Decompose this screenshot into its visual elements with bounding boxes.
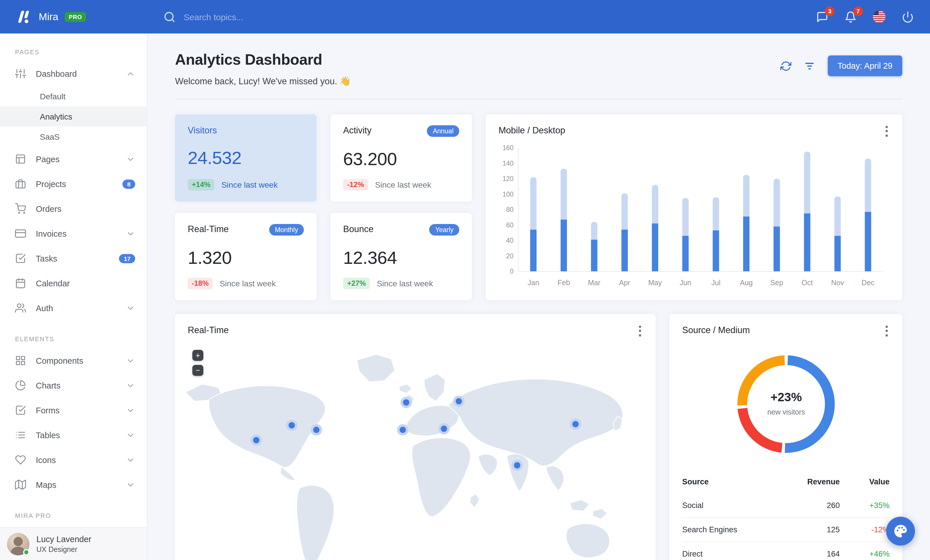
sidebar-item-components[interactable]: Components <box>0 348 147 373</box>
svg-text:Dec: Dec <box>862 279 874 287</box>
sidebar-item-label: Calendar <box>36 279 135 288</box>
avatar <box>7 532 29 555</box>
online-status-dot <box>23 549 29 555</box>
sidebar-item-label: Icons <box>36 455 126 465</box>
refresh-button[interactable] <box>781 60 791 71</box>
sidebar-item-charts[interactable]: Charts <box>0 373 147 398</box>
cell-source: Social <box>682 494 778 517</box>
sidebar-item-label: Components <box>36 356 126 365</box>
map-marker <box>288 422 295 428</box>
map-zoom-out-button[interactable]: − <box>192 365 203 376</box>
source-table: SourceRevenueValueSocial260+35%Search En… <box>682 474 890 560</box>
page-title: Analytics Dashboard <box>175 51 351 69</box>
map-marker <box>400 427 406 433</box>
chevron-down-icon <box>126 229 135 238</box>
sidebar-section-label: MIRA PRO <box>0 497 147 525</box>
notifications-button[interactable]: 7 <box>844 11 857 23</box>
svg-text:80: 80 <box>506 206 514 213</box>
stat-cards: Visitors24.532+14%Since last weekActivit… <box>175 114 472 300</box>
svg-text:Feb: Feb <box>557 279 570 287</box>
search-icon <box>163 11 176 23</box>
sidebar-item-calendar[interactable]: Calendar <box>0 271 147 296</box>
map-marker <box>313 427 319 433</box>
sidebar-item-badge: 8 <box>122 179 135 189</box>
date-range-button[interactable]: Today: April 29 <box>828 55 902 76</box>
sidebar-item-pages[interactable]: Pages <box>0 147 147 172</box>
sidebar-item-icons[interactable]: Icons <box>0 447 147 472</box>
map-marker <box>573 421 579 427</box>
sidebar-item-label: Auth <box>36 304 126 313</box>
stat-title: Activity <box>343 125 371 136</box>
navbar-search <box>163 11 816 23</box>
chart-menu-button[interactable] <box>880 124 893 138</box>
stat-delta: -12% <box>343 179 368 190</box>
sidebar-subitem-analytics[interactable]: Analytics <box>0 106 147 126</box>
search-input[interactable] <box>184 12 380 21</box>
cell-revenue: 260 <box>778 494 839 517</box>
sidebar-item-label: Tasks <box>36 254 119 263</box>
map-zoom-in-button[interactable]: + <box>192 350 203 361</box>
sidebar-item-projects[interactable]: Projects8 <box>0 172 147 196</box>
stat-period-badge[interactable]: Annual <box>427 125 459 137</box>
logout-button[interactable] <box>902 11 914 23</box>
stat-title: Visitors <box>188 125 217 136</box>
source-menu-button[interactable] <box>880 323 893 338</box>
stat-period-badge[interactable]: Yearly <box>430 224 459 236</box>
sidebar: PAGESDashboardDefaultAnalyticsSaaSPagesP… <box>0 34 147 560</box>
sidebar-subitem-saas[interactable]: SaaS <box>0 126 147 147</box>
svg-text:Aug: Aug <box>740 279 753 287</box>
sidebar-item-orders[interactable]: Orders <box>0 196 147 221</box>
sidebar-item-badge: 17 <box>119 254 135 263</box>
language-flag-button[interactable] <box>873 11 885 23</box>
messages-button[interactable]: 3 <box>816 11 828 23</box>
svg-text:60: 60 <box>506 221 514 229</box>
svg-text:0: 0 <box>510 268 514 275</box>
sidebar-item-tables[interactable]: Tables <box>0 423 147 447</box>
sidebar-subitem-default[interactable]: Default <box>0 86 147 106</box>
sidebar-item-dashboard[interactable]: Dashboard <box>0 61 147 86</box>
source-title: Source / Medium <box>682 325 890 335</box>
donut-wrap: +23%new visitors <box>682 349 890 459</box>
user-name: Lucy Lavender <box>36 534 91 543</box>
cell-value: -12% <box>840 517 890 542</box>
stat-delta: +27% <box>343 278 370 289</box>
welcome-text: Welcome back, Lucy! We've missed you. 👋 <box>175 76 351 87</box>
col-value: Value <box>840 474 890 494</box>
sidebar-item-invoices[interactable]: Invoices <box>0 221 147 246</box>
sidebar-item-label: Pages <box>36 155 126 164</box>
pie-chart-icon <box>15 380 26 391</box>
chevron-down-icon <box>126 455 135 465</box>
sidebar-item-label: Tables <box>36 430 126 440</box>
map-marker <box>403 399 409 405</box>
chevron-down-icon <box>126 304 135 313</box>
credit-card-icon <box>15 228 26 239</box>
stat-value: 1.320 <box>188 248 304 268</box>
sidebar-item-forms[interactable]: Forms <box>0 398 147 423</box>
brand[interactable]: Mira PRO <box>0 8 147 25</box>
chart-title: Mobile / Desktop <box>499 125 890 136</box>
users-icon <box>15 302 26 313</box>
sidebar-section-label: ELEMENTS <box>0 321 147 348</box>
theme-settings-fab[interactable] <box>886 517 915 546</box>
sidebar-item-tasks[interactable]: Tasks17 <box>0 246 147 271</box>
sidebar-item-label: Projects <box>36 179 122 189</box>
sidebar-item-maps[interactable]: Maps <box>0 472 147 497</box>
cell-source: Search Engines <box>682 517 778 542</box>
sidebar-item-label: Orders <box>36 204 135 213</box>
filter-button[interactable] <box>804 60 815 71</box>
stat-note: Since last week <box>377 279 433 288</box>
sidebar-item-auth[interactable]: Auth <box>0 296 147 321</box>
stat-value: 63.200 <box>343 149 459 170</box>
mobile-desktop-card: Mobile / Desktop 160140120100806040200Ja… <box>486 114 902 300</box>
shopping-cart-icon <box>15 203 26 214</box>
messages-count-badge: 3 <box>825 6 835 16</box>
us-flag-icon <box>873 11 885 23</box>
chevron-down-icon <box>126 356 135 365</box>
svg-text:140: 140 <box>502 160 514 167</box>
table-row: Social260+35% <box>682 494 890 517</box>
stat-period-badge[interactable]: Monthly <box>269 224 304 236</box>
map-menu-button[interactable] <box>634 323 647 338</box>
source-medium-card: Source / Medium +23%new visitors SourceR… <box>670 314 902 560</box>
refresh-icon <box>781 60 791 71</box>
sidebar-user[interactable]: Lucy Lavender UX Designer <box>0 527 147 560</box>
